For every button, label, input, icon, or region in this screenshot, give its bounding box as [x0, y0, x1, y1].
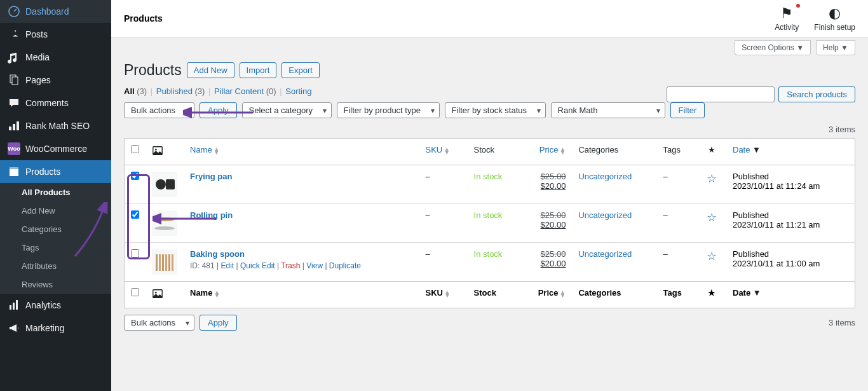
sidebar-item-posts[interactable]: Posts	[0, 23, 111, 46]
col-name[interactable]: Name▲▼	[184, 139, 419, 165]
row-checkbox[interactable]	[131, 249, 139, 257]
product-type-select[interactable]: Filter by product type	[337, 102, 440, 118]
import-button[interactable]: Import	[240, 62, 277, 78]
bulk-actions-select[interactable]: Bulk actions	[124, 102, 194, 118]
sidebar-item-analytics[interactable]: Analytics	[0, 294, 111, 317]
trash-link[interactable]: Trash	[281, 261, 300, 270]
svg-point-12	[155, 149, 157, 151]
edit-link[interactable]: Edit	[220, 261, 234, 270]
featured-star-icon[interactable]: ☆	[707, 211, 717, 224]
submenu-reviews[interactable]: Reviews	[0, 275, 111, 294]
products-table: Name▲▼ SKU▲▼ Stock Price▲▼ Categories Ta…	[124, 138, 855, 308]
sidebar-item-marketing[interactable]: Marketing	[0, 317, 111, 340]
new-price: $20.00	[527, 259, 566, 268]
submenu-all-products[interactable]: All Products	[0, 183, 111, 202]
sidebar-item-label: Posts	[25, 29, 48, 39]
category-link[interactable]: Uncategorized	[578, 249, 632, 259]
bulk-actions-select-bottom[interactable]: Bulk actions	[124, 315, 194, 331]
svg-rect-23	[165, 254, 167, 271]
dashboard-icon	[8, 5, 20, 18]
duplicate-link[interactable]: Duplicate	[329, 261, 361, 270]
featured-star-icon[interactable]: ☆	[707, 250, 717, 263]
svg-rect-7	[10, 167, 18, 169]
finish-setup-button[interactable]: ◐ Finish setup	[814, 5, 855, 32]
search-products-button[interactable]: Search products	[778, 86, 855, 102]
view-link[interactable]: View	[306, 261, 323, 270]
row-actions: ID: 481 | Edit | Quick Edit | Trash | Vi…	[190, 261, 412, 270]
row-checkbox[interactable]	[131, 210, 139, 219]
col-price-f[interactable]: Price▲▼	[520, 282, 573, 308]
col-name-f[interactable]: Name▲▼	[184, 282, 419, 308]
col-tags: Tags	[657, 139, 697, 165]
search-input[interactable]	[667, 86, 775, 102]
rankmath-select[interactable]: Rank Math	[551, 102, 665, 118]
col-price[interactable]: Price▲▼	[520, 139, 573, 165]
submenu-add-new[interactable]: Add New	[0, 202, 111, 220]
svg-rect-20	[156, 254, 158, 271]
tags-cell: –	[657, 243, 697, 282]
sidebar-item-label: WooCommerce	[25, 144, 87, 154]
category-link[interactable]: Uncategorized	[578, 210, 632, 220]
sidebar-item-label: Products	[25, 167, 60, 177]
select-all-checkbox-bottom[interactable]	[131, 288, 139, 296]
svg-rect-4	[13, 124, 15, 130]
sidebar-item-dashboard[interactable]: Dashboard	[0, 0, 111, 23]
filter-pillar[interactable]: Pillar Content (0)	[214, 86, 276, 96]
product-name-link[interactable]: Rolling pin	[190, 210, 233, 220]
stock-status-select[interactable]: Filter by stock status	[445, 102, 546, 118]
col-sku[interactable]: SKU▲▼	[419, 139, 467, 165]
stock-status: In stock	[474, 249, 503, 259]
sidebar-item-pages[interactable]: Pages	[0, 69, 111, 92]
sidebar-item-rankmath[interactable]: Rank Math SEO	[0, 114, 111, 137]
apply-button[interactable]: Apply	[200, 102, 237, 118]
svg-rect-15	[166, 179, 175, 189]
filter-button[interactable]: Filter	[670, 102, 705, 118]
date-cell: Published2023/10/11 at 11:21 am	[726, 204, 855, 243]
sidebar-item-products[interactable]: Products	[0, 160, 111, 183]
old-price: $25.00	[527, 210, 566, 220]
rankmath-icon	[8, 120, 20, 132]
apply-button-bottom[interactable]: Apply	[200, 315, 237, 331]
activity-button[interactable]: ⚑ Activity	[775, 5, 799, 32]
screen-options-button[interactable]: Screen Options ▼	[735, 40, 811, 55]
table-row: Frying pan – In stock $25.00$20.00 Uncat…	[125, 165, 855, 204]
col-categories: Categories	[572, 139, 656, 165]
submenu-tags[interactable]: Tags	[0, 238, 111, 257]
product-thumbnail[interactable]	[152, 172, 177, 197]
product-thumbnail[interactable]	[152, 210, 177, 236]
sidebar-item-woocommerce[interactable]: Woo WooCommerce	[0, 137, 111, 160]
row-checkbox[interactable]	[131, 172, 139, 180]
featured-star-icon[interactable]: ☆	[707, 172, 717, 185]
product-name-link[interactable]: Baking spoon	[190, 249, 245, 259]
col-date[interactable]: Date ▼	[726, 139, 855, 165]
pin-icon	[8, 28, 20, 41]
col-featured-f: ★	[697, 282, 726, 308]
submenu-categories[interactable]: Categories	[0, 220, 111, 238]
sidebar-item-media[interactable]: Media	[0, 46, 111, 69]
quick-edit-link[interactable]: Quick Edit	[240, 261, 275, 270]
select-all-checkbox[interactable]	[131, 145, 139, 153]
filter-all[interactable]: All (3)	[124, 86, 147, 96]
submenu-attributes[interactable]: Attributes	[0, 257, 111, 275]
filter-sorting[interactable]: Sorting	[285, 86, 311, 96]
product-name-link[interactable]: Frying pan	[190, 172, 232, 181]
category-select[interactable]: Select a category	[242, 102, 332, 118]
admin-sidebar: Dashboard Posts Media Pages Comments Ran…	[0, 0, 111, 391]
svg-rect-16	[152, 210, 177, 236]
filter-published[interactable]: Published (3)	[156, 86, 205, 96]
svg-rect-21	[159, 254, 161, 271]
col-date-f[interactable]: Date ▼	[726, 282, 855, 308]
svg-rect-24	[168, 254, 170, 271]
add-new-button[interactable]: Add New	[187, 62, 234, 78]
tags-cell: –	[657, 165, 697, 204]
help-button[interactable]: Help ▼	[816, 40, 855, 55]
sidebar-item-comments[interactable]: Comments	[0, 92, 111, 114]
flag-icon: ⚑	[775, 5, 799, 22]
new-price: $20.00	[527, 220, 566, 230]
date-cell: Published2023/10/11 at 11:00 am	[726, 243, 855, 282]
export-button[interactable]: Export	[281, 62, 320, 78]
comments-icon	[8, 97, 20, 109]
category-link[interactable]: Uncategorized	[578, 172, 632, 181]
col-sku-f[interactable]: SKU▲▼	[419, 282, 467, 308]
product-thumbnail[interactable]	[152, 249, 177, 275]
